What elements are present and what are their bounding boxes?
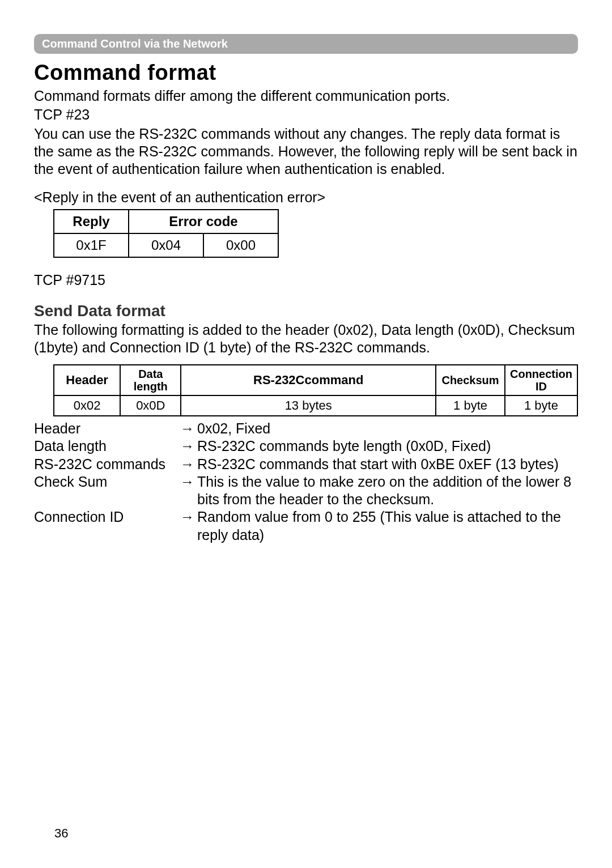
th-error-code: Error code <box>129 210 278 233</box>
def-row-data-length: Data length → RS-232C commands byte leng… <box>34 437 578 455</box>
th-reply: Reply <box>54 210 129 233</box>
def-desc: 0x02, Fixed <box>197 420 578 437</box>
def-row-connection-id: Connection ID → Random value from 0 to 2… <box>34 508 578 544</box>
td-cmd-val: 13 bytes <box>181 395 436 416</box>
def-row-header: Header → 0x02, Fixed <box>34 420 578 437</box>
th-connection-id: Connection ID <box>505 365 577 395</box>
arrow-icon: → <box>180 508 197 526</box>
td-checksum-val: 1 byte <box>436 395 505 416</box>
def-term: RS-232C commands <box>34 456 180 473</box>
send-data-format-title: Send Data format <box>34 302 578 320</box>
page-number: 36 <box>54 826 68 841</box>
td-error1: 0x04 <box>129 233 203 257</box>
send-data-table: Header Data length RS-232Ccommand Checks… <box>53 364 578 416</box>
def-desc: This is the value to make zero on the ad… <box>197 473 578 509</box>
section-title: Command format <box>34 61 578 85</box>
td-header-val: 0x02 <box>54 395 120 416</box>
arrow-icon: → <box>180 437 197 455</box>
def-row-rs232c: RS-232C commands → RS-232C commands that… <box>34 456 578 473</box>
td-datalen-val: 0x0D <box>120 395 181 416</box>
def-desc: RS-232C commands that start with 0xBE 0x… <box>197 456 578 473</box>
td-reply-value: 0x1F <box>54 233 129 257</box>
def-term: Header <box>34 420 180 437</box>
def-term: Connection ID <box>34 508 180 526</box>
intro-paragraph-2: You can use the RS-232C commands without… <box>34 125 578 178</box>
arrow-icon: → <box>180 473 197 491</box>
send-data-desc: The following formatting is added to the… <box>34 321 578 357</box>
tcp9715-label: TCP #9715 <box>34 271 578 289</box>
td-conn-val: 1 byte <box>505 395 577 416</box>
auth-error-caption: <Reply in the event of an authentication… <box>34 189 578 206</box>
tcp23-label: TCP #23 <box>34 106 578 124</box>
def-term: Data length <box>34 437 180 455</box>
intro-paragraph-1: Command formats differ among the differe… <box>34 87 578 105</box>
def-term: Check Sum <box>34 473 180 491</box>
breadcrumb: Command Control via the Network <box>34 34 578 54</box>
arrow-icon: → <box>180 456 197 473</box>
definitions-list: Header → 0x02, Fixed Data length → RS-23… <box>34 420 578 544</box>
th-data-length: Data length <box>120 365 181 395</box>
th-rs232c-command: RS-232Ccommand <box>181 365 436 395</box>
th-checksum: Checksum <box>436 365 505 395</box>
td-error2: 0x00 <box>203 233 278 257</box>
arrow-icon: → <box>180 420 197 437</box>
def-desc: Random value from 0 to 255 (This value i… <box>197 508 578 544</box>
def-desc: RS-232C commands byte length (0x0D, Fixe… <box>197 437 578 455</box>
def-row-checksum: Check Sum → This is the value to make ze… <box>34 473 578 509</box>
auth-error-table: Reply Error code 0x1F 0x04 0x00 <box>53 209 279 258</box>
th-header: Header <box>54 365 120 395</box>
